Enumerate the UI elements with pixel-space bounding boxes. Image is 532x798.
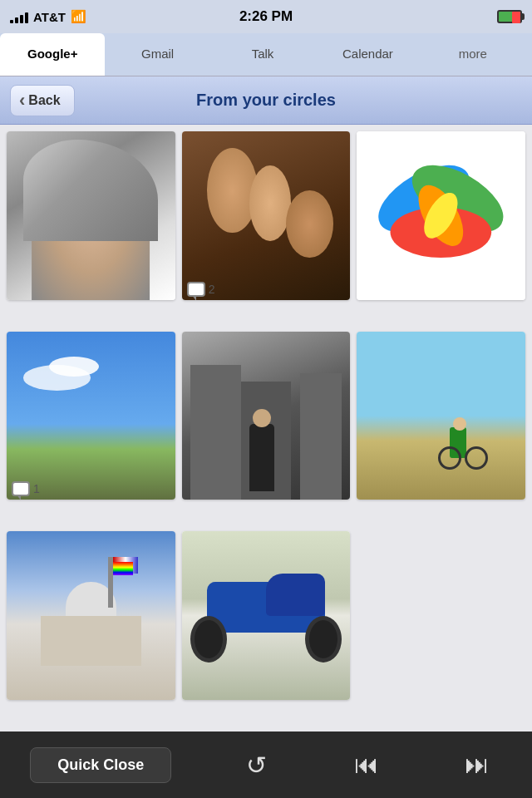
comment-count-2: 2 (209, 283, 215, 296)
reload-icon: ↺ (246, 751, 267, 780)
status-bar: AT&T 📶 2:26 PM (0, 0, 532, 33)
carrier-label: AT&T (33, 10, 66, 24)
tab-google-plus[interactable]: Google+ (0, 33, 105, 76)
back-button[interactable]: Back (10, 85, 75, 116)
photo-item-6[interactable] (357, 332, 525, 500)
page-title: From your circles (196, 91, 336, 110)
signal-bar-4 (25, 12, 28, 23)
photo-item-5[interactable] (182, 332, 351, 500)
tab-talk[interactable]: Talk (210, 33, 315, 76)
signal-bar-3 (20, 15, 23, 23)
signal-bar-1 (10, 20, 13, 23)
signal-bar-2 (15, 17, 18, 23)
tab-calendar[interactable]: Calendar (315, 33, 420, 76)
photo-grid: 2 1 (0, 125, 532, 732)
status-left: AT&T 📶 (10, 9, 86, 24)
reload-button[interactable]: ↺ (232, 744, 282, 786)
photo-item-2[interactable]: 2 (182, 131, 351, 300)
photo-comment-4: 1 (12, 481, 40, 496)
nav-bar: Back From your circles (0, 76, 532, 125)
wifi-icon: 📶 (71, 9, 86, 24)
skip-forward-button[interactable]: ⏭ (452, 744, 502, 786)
comment-count-4: 1 (33, 482, 40, 495)
photo-item-7[interactable] (7, 531, 175, 700)
bottom-toolbar: Quick Close ↺ ⏮ ⏭ (0, 732, 532, 798)
status-right (497, 10, 522, 23)
quick-close-button[interactable]: Quick Close (30, 747, 171, 783)
status-time: 2:26 PM (239, 8, 293, 25)
photo-item-1[interactable] (7, 131, 175, 300)
photo-item-3[interactable] (357, 131, 525, 300)
tab-more[interactable]: more (421, 33, 532, 76)
tab-bar: Google+ Gmail Talk Calendar more (0, 33, 532, 76)
photo-comment-2: 2 (187, 282, 215, 297)
skip-back-button[interactable]: ⏮ (342, 744, 392, 786)
battery-level (512, 12, 520, 23)
skip-forward-icon: ⏭ (465, 751, 490, 779)
comment-bubble-2 (187, 282, 205, 297)
photo-item-8[interactable] (182, 531, 351, 700)
signal-bars (10, 10, 28, 23)
skip-back-icon: ⏮ (354, 751, 379, 779)
battery-icon (497, 10, 522, 23)
comment-bubble-4 (12, 481, 30, 496)
tab-gmail[interactable]: Gmail (105, 33, 209, 76)
photo-item-4[interactable]: 1 (7, 332, 175, 500)
